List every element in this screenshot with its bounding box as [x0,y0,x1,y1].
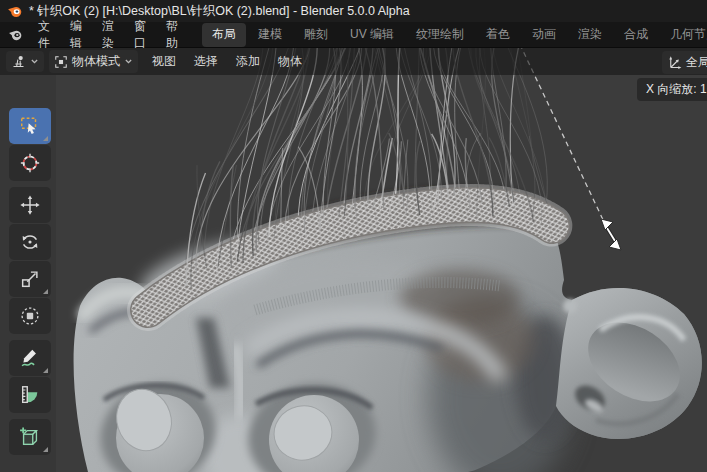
3d-viewport-icon [11,54,26,69]
tool-transform[interactable] [9,298,51,334]
object-mode-icon [54,55,68,69]
tool-shelf [9,108,51,455]
topbar: 文件编辑渲染窗口帮助 布局建模雕刻UV 编辑纹理绘制着色动画渲染合成几何节点 [0,22,707,48]
chevron-down-icon [30,57,39,66]
workspace-tabs: 布局建模雕刻UV 编辑纹理绘制着色动画渲染合成几何节点 [202,23,707,47]
transform-orientation-icon [667,55,682,70]
tab-布局[interactable]: 布局 [202,23,246,47]
viewport-menu-添加[interactable]: 添加 [227,50,269,73]
tab-UV 编辑[interactable]: UV 编辑 [340,23,404,47]
tab-渲染[interactable]: 渲染 [568,23,612,47]
viewport-menu-物体[interactable]: 物体 [269,50,311,73]
tab-建模[interactable]: 建模 [248,23,292,47]
transform-orientation-dropdown[interactable]: 全局 [662,51,707,74]
tab-雕刻[interactable]: 雕刻 [294,23,338,47]
viewport-menu-视图[interactable]: 视图 [143,50,185,73]
mode-label: 物体模式 [72,53,120,70]
blender-logo-icon [7,4,22,19]
tool-move[interactable] [9,187,51,223]
scene-canvas [0,48,707,472]
orientation-label: 全局 [686,54,707,71]
tool-select-box[interactable] [9,108,51,144]
tab-动画[interactable]: 动画 [522,23,566,47]
tool-annotate[interactable] [9,340,51,376]
tool-cursor[interactable] [9,145,51,181]
viewport-header: 物体模式 视图选择添加物体 全局 [0,48,707,75]
viewport-3d[interactable] [0,48,707,472]
tool-rotate[interactable] [9,224,51,260]
blender-menu-icon[interactable] [8,28,22,42]
viewport-menu-选择[interactable]: 选择 [185,50,227,73]
tab-纹理绘制[interactable]: 纹理绘制 [406,23,474,47]
operation-status: X 向缩放: 1 [637,78,707,101]
tab-着色[interactable]: 着色 [476,23,520,47]
viewport-menus: 视图选择添加物体 [143,50,311,73]
mode-dropdown[interactable]: 物体模式 [49,50,138,73]
tool-scale[interactable] [9,261,51,297]
editor-type-dropdown[interactable] [6,51,44,72]
tool-measure[interactable] [9,377,51,413]
tool-add-cube[interactable] [9,419,51,455]
tab-几何节点[interactable]: 几何节点 [660,23,707,47]
chevron-down-icon [124,57,133,66]
tab-合成[interactable]: 合成 [614,23,658,47]
